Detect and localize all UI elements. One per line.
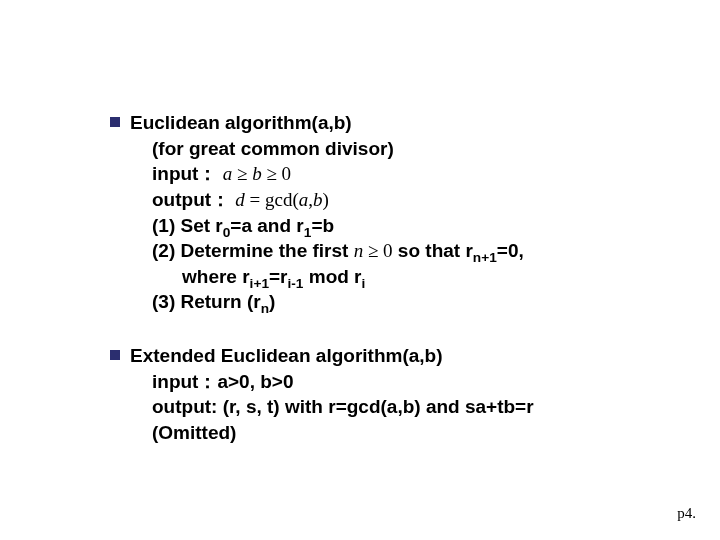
step2-b: so that r — [393, 240, 473, 261]
square-bullet-icon — [110, 350, 120, 360]
math-zero: 0 — [282, 163, 292, 184]
step2-sub-n1: n+1 — [473, 250, 497, 265]
math-gcd-a: a — [299, 189, 309, 210]
slide: Euclidean algorithm(a,b) (for great comm… — [0, 0, 720, 540]
item-1-desc: (for great common divisor) — [130, 136, 524, 162]
item-1-body: Euclidean algorithm(a,b) (for great comm… — [130, 110, 524, 315]
bullet-item-2: Extended Euclidean algorithm(a,b) input：… — [110, 343, 680, 446]
item-2-input: input：a>0, b>0 — [130, 369, 534, 395]
item-1-step3: (3) Return (rn) — [130, 289, 524, 315]
step2-where-c: mod r — [303, 266, 361, 287]
output-label: output： — [152, 189, 230, 210]
step3-b: ) — [269, 291, 275, 312]
step2-sub-im1: i-1 — [287, 276, 303, 291]
step2-math-zero: 0 — [383, 240, 393, 261]
step2-where-a: where r — [182, 266, 250, 287]
item-1-step1: (1) Set r0=a and r1=b — [130, 213, 524, 239]
step2-c: =0, — [497, 240, 524, 261]
output-math: d = gcd(a,b) — [235, 189, 329, 210]
step1-c: =b — [311, 215, 334, 236]
page-number: p4. — [677, 505, 696, 522]
input-math: a ≥ b ≥ 0 — [223, 163, 291, 184]
bullet-item-1: Euclidean algorithm(a,b) (for great comm… — [110, 110, 680, 315]
item-2-omitted: (Omitted) — [130, 420, 534, 446]
input-label: input： — [152, 163, 217, 184]
math-a: a — [223, 163, 233, 184]
step2-a: (2) Determine the first — [152, 240, 354, 261]
item-1-title: Euclidean algorithm(a,b) — [130, 110, 524, 136]
square-bullet-icon — [110, 117, 120, 127]
step1-a: (1) Set r — [152, 215, 223, 236]
item-2-body: Extended Euclidean algorithm(a,b) input：… — [130, 343, 534, 446]
math-ge2: ≥ — [266, 163, 276, 184]
math-eq: = — [245, 189, 265, 210]
step3-a: (3) Return (r — [152, 291, 261, 312]
item-1-step2-where: where ri+1=ri-1 mod ri — [130, 264, 524, 290]
step3-sub-n: n — [261, 301, 269, 316]
step2-sub-i: i — [362, 276, 366, 291]
step2-math: n ≥ 0 — [354, 240, 393, 261]
item-1-input-line: input： a ≥ b ≥ 0 — [130, 161, 524, 187]
step2-where-b: =r — [269, 266, 288, 287]
step1-b: =a and r — [230, 215, 303, 236]
item-1-output-line: output： d = gcd(a,b) — [130, 187, 524, 213]
math-gcd-close: ) — [323, 189, 329, 210]
item-1-step2: (2) Determine the first n ≥ 0 so that rn… — [130, 238, 524, 264]
step2-sub-ip1: i+1 — [250, 276, 269, 291]
math-b: b — [252, 163, 262, 184]
math-ge1: ≥ — [237, 163, 247, 184]
item-2-title: Extended Euclidean algorithm(a,b) — [130, 343, 534, 369]
item-2-output: output: (r, s, t) with r=gcd(a,b) and sa… — [130, 394, 534, 420]
math-gcdopen: gcd( — [265, 189, 299, 210]
step2-math-ge: ≥ — [363, 240, 383, 261]
math-d: d — [235, 189, 245, 210]
step2-math-n: n — [354, 240, 364, 261]
math-gcd-b: b — [313, 189, 323, 210]
